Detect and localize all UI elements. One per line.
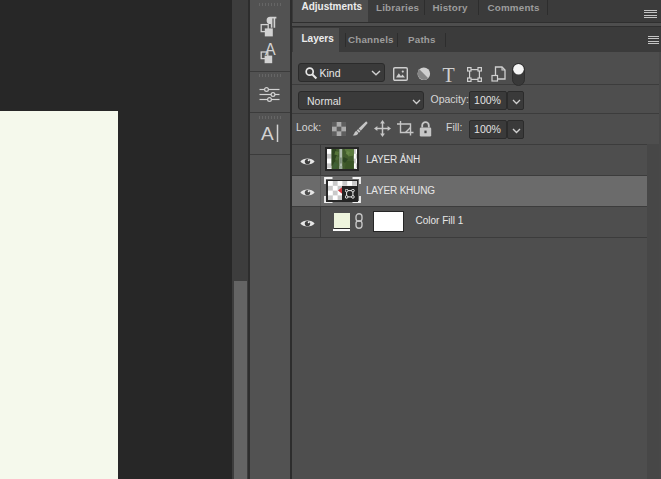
svg-text:A: A xyxy=(261,124,274,144)
svg-text:A: A xyxy=(265,42,276,58)
